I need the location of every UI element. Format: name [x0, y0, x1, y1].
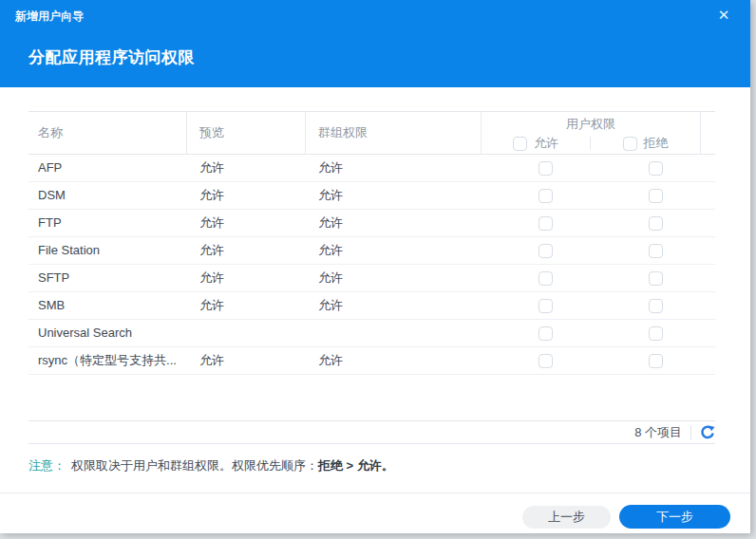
table-row: DSM 允许 允许	[28, 182, 715, 210]
group-permission-value: 允许	[306, 265, 482, 291]
button-bar-divider	[0, 493, 750, 493]
group-permission-value: 允许	[306, 182, 482, 209]
allow-checkbox[interactable]	[539, 189, 553, 203]
deny-all-header: 拒绝	[591, 135, 700, 152]
deny-checkbox[interactable]	[649, 271, 663, 286]
note-text: 权限取决于用户和群组权限。权限优先顺序：	[71, 458, 318, 473]
group-permission-value	[306, 320, 482, 346]
allow-checkbox[interactable]	[539, 216, 553, 231]
preview-value: 允许	[187, 182, 306, 209]
group-permission-value: 允许	[306, 237, 482, 264]
table-row: SFTP 允许 允许	[28, 265, 715, 292]
note-deny-bold: 拒绝	[318, 458, 343, 473]
table-row: AFP 允许 允许	[28, 155, 715, 182]
table-row: SMB 允许 允许	[28, 292, 715, 320]
column-header-preview[interactable]: 预览	[187, 112, 306, 154]
previous-step-button[interactable]: 上一步	[522, 506, 611, 529]
header-gutter	[701, 112, 715, 154]
table-row: File Station 允许 允许	[28, 237, 715, 265]
allow-all-header: 允许	[482, 135, 590, 152]
app-name: SMB	[28, 292, 187, 319]
preview-value: 允许	[187, 237, 306, 264]
app-name: File Station	[28, 237, 187, 264]
column-header-user-permission: 用户权限 允许 拒绝	[482, 112, 701, 154]
preview-value: 允许	[187, 155, 306, 181]
user-permission-label: 用户权限	[482, 116, 700, 133]
table-row: FTP 允许 允许	[28, 210, 715, 237]
column-header-group-permission[interactable]: 群组权限	[306, 112, 482, 154]
deny-label: 拒绝	[644, 135, 669, 152]
note-allow-bold: 允许。	[357, 458, 394, 473]
preview-value	[187, 320, 306, 346]
group-permission-value: 允许	[306, 347, 482, 374]
deny-checkbox[interactable]	[649, 216, 663, 231]
group-permission-value: 允许	[306, 292, 482, 319]
allow-checkbox[interactable]	[539, 271, 553, 286]
add-user-wizard-dialog: 新增用户向导 ✕ 分配应用程序访问权限 名称 预览 群组权限 用户权限 允许 拒…	[0, 0, 750, 533]
step-title: 分配应用程序访问权限	[28, 46, 195, 68]
app-name: rsync（特定型号支持共...	[28, 347, 187, 374]
permission-note: 注意：权限取决于用户和群组权限。权限优先顺序：拒绝 > 允许。	[28, 457, 750, 474]
preview-value: 允许	[187, 265, 306, 291]
preview-value: 允许	[187, 347, 306, 374]
refresh-icon[interactable]	[700, 425, 715, 440]
table-header: 名称 预览 群组权限 用户权限 允许 拒绝	[28, 111, 715, 155]
group-permission-value: 允许	[306, 210, 482, 236]
note-separator: >	[343, 458, 357, 473]
preview-value: 允许	[187, 210, 306, 236]
item-count: 8 个项目	[634, 424, 682, 441]
dialog-titlebar: 新增用户向导 ✕ 分配应用程序访问权限	[0, 0, 750, 87]
deny-checkbox[interactable]	[649, 244, 663, 258]
close-icon[interactable]: ✕	[714, 6, 733, 25]
deny-checkbox[interactable]	[649, 161, 663, 176]
table-row: rsync（特定型号支持共... 允许 允许	[28, 347, 715, 375]
group-permission-value: 允许	[306, 155, 482, 181]
deny-checkbox[interactable]	[649, 326, 663, 341]
deny-all-checkbox[interactable]	[623, 137, 637, 151]
permissions-table: 名称 预览 群组权限 用户权限 允许 拒绝	[28, 111, 715, 444]
allow-checkbox[interactable]	[539, 244, 553, 258]
next-step-button[interactable]: 下一步	[619, 505, 730, 529]
allow-all-checkbox[interactable]	[513, 137, 527, 151]
preview-value: 允许	[187, 292, 306, 319]
allow-checkbox[interactable]	[539, 161, 553, 176]
allow-label: 允许	[534, 135, 558, 152]
app-name: FTP	[28, 210, 187, 236]
allow-checkbox[interactable]	[539, 354, 553, 368]
table-empty-area	[28, 375, 715, 420]
app-name: SFTP	[28, 265, 187, 291]
table-body: AFP 允许 允许 DSM 允许 允许 FTP 允许 允许 Fi	[28, 155, 715, 375]
allow-checkbox[interactable]	[539, 299, 553, 313]
app-name: DSM	[28, 182, 187, 209]
footer-divider	[690, 425, 691, 439]
note-label: 注意：	[28, 458, 66, 473]
app-name: Universal Search	[28, 320, 187, 346]
app-name: AFP	[28, 155, 187, 181]
table-footer: 8 个项目	[28, 420, 715, 444]
deny-checkbox[interactable]	[649, 299, 663, 313]
deny-checkbox[interactable]	[649, 354, 663, 368]
column-header-name[interactable]: 名称	[28, 112, 187, 154]
window-title: 新增用户向导	[15, 9, 84, 25]
table-row: Universal Search	[28, 320, 715, 347]
deny-checkbox[interactable]	[649, 189, 663, 203]
allow-checkbox[interactable]	[539, 326, 553, 341]
